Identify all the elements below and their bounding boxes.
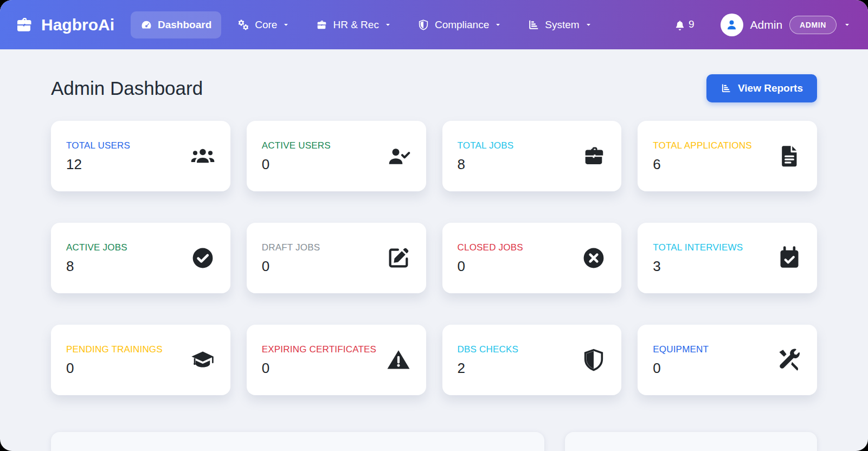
stat-card-total-jobs[interactable]: TOTAL JOBS8 <box>442 121 622 191</box>
calendar-check-icon <box>777 246 802 270</box>
stat-card-total-interviews[interactable]: TOTAL INTERVIEWS3 <box>638 223 817 293</box>
stat-card-value: 2 <box>458 360 519 377</box>
nav-item-hr-rec[interactable]: HR & Rec <box>306 11 401 38</box>
chevron-down-icon <box>494 21 501 28</box>
app-window: HagbroAi DashboardCoreHR & RecCompliance… <box>0 0 868 451</box>
stat-card-text: EXPIRING CERTIFICATES0 <box>262 343 376 377</box>
brand[interactable]: HagbroAi <box>14 15 114 35</box>
lower-section-peek <box>51 432 817 451</box>
stat-card-label: TOTAL APPLICATIONS <box>653 139 751 152</box>
stat-card-label: ACTIVE JOBS <box>66 241 127 254</box>
navbar-right: 9 Admin ADMIN <box>673 14 854 36</box>
nav-item-label: HR & Rec <box>333 19 378 31</box>
main-content: Admin Dashboard View Reports TOTAL USERS… <box>0 49 868 451</box>
stat-card-value: 0 <box>458 258 523 275</box>
lower-panel-left <box>51 432 544 451</box>
stat-card-active-jobs[interactable]: ACTIVE JOBS8 <box>51 223 230 293</box>
stat-card-value: 6 <box>653 156 751 173</box>
stat-card-expiring-certificates[interactable]: EXPIRING CERTIFICATES0 <box>247 325 426 395</box>
view-reports-button[interactable]: View Reports <box>706 74 817 102</box>
stat-card-text: TOTAL USERS12 <box>66 139 130 173</box>
users-icon <box>190 144 215 169</box>
briefcase-icon <box>316 19 327 31</box>
lower-panel-right <box>565 432 817 451</box>
chevron-down-icon <box>384 21 391 28</box>
brand-name: HagbroAi <box>41 16 114 34</box>
stat-card-pending-trainings[interactable]: PENDING TRAININGS0 <box>51 325 230 395</box>
stat-card-value: 0 <box>262 360 376 377</box>
chart-bar-icon <box>721 83 731 94</box>
stat-card-text: DRAFT JOBS0 <box>262 241 320 275</box>
stat-card-closed-jobs[interactable]: CLOSED JOBS0 <box>442 223 622 293</box>
nav-item-compliance[interactable]: Compliance <box>408 11 511 38</box>
stat-card-total-users[interactable]: TOTAL USERS12 <box>51 121 230 191</box>
stat-card-label: PENDING TRAININGS <box>66 343 163 356</box>
graduation-cap-icon <box>190 347 215 372</box>
stat-card-text: EQUIPMENT0 <box>653 343 709 377</box>
bell-icon <box>673 18 686 31</box>
stat-card-label: EXPIRING CERTIFICATES <box>262 343 376 356</box>
stat-card-value: 0 <box>262 258 320 275</box>
chevron-down-icon <box>282 21 290 28</box>
tools-icon <box>777 347 802 372</box>
notifications-button[interactable]: 9 <box>673 18 695 31</box>
user-icon <box>724 17 739 32</box>
avatar <box>721 14 743 36</box>
pen-square-icon <box>386 246 411 270</box>
stat-card-text: ACTIVE USERS0 <box>262 139 331 173</box>
stat-card-text: DBS CHECKS2 <box>458 343 519 377</box>
nav-item-dashboard[interactable]: Dashboard <box>131 11 221 38</box>
chart-bar-icon <box>528 19 539 31</box>
stat-card-label: TOTAL JOBS <box>458 139 514 152</box>
stat-card-text: TOTAL INTERVIEWS3 <box>653 241 743 275</box>
stat-card-dbs-checks[interactable]: DBS CHECKS2 <box>442 325 622 395</box>
nav-menu: DashboardCoreHR & RecComplianceSystem <box>131 11 673 38</box>
nav-item-system[interactable]: System <box>518 11 601 38</box>
stat-card-value: 0 <box>262 156 331 173</box>
user-menu[interactable]: Admin ADMIN <box>721 14 851 36</box>
top-navbar: HagbroAi DashboardCoreHR & RecCompliance… <box>0 0 868 49</box>
stat-card-label: ACTIVE USERS <box>262 139 331 152</box>
stat-card-value: 0 <box>653 360 709 377</box>
gauge-icon <box>140 19 152 31</box>
stat-card-label: TOTAL USERS <box>66 139 130 152</box>
page-title: Admin Dashboard <box>51 78 203 99</box>
stat-card-label: EQUIPMENT <box>653 343 709 356</box>
chevron-down-icon <box>844 21 851 28</box>
stat-card-label: DBS CHECKS <box>458 343 519 356</box>
nav-item-label: Compliance <box>435 19 489 31</box>
nav-item-label: System <box>545 19 579 31</box>
view-reports-label: View Reports <box>738 82 803 94</box>
briefcase-icon <box>14 15 34 35</box>
stat-card-equipment[interactable]: EQUIPMENT0 <box>638 325 817 395</box>
nav-item-label: Dashboard <box>158 19 211 31</box>
page-header: Admin Dashboard View Reports <box>51 74 817 102</box>
warning-triangle-icon <box>386 347 411 372</box>
check-circle-icon <box>190 246 215 270</box>
stat-card-label: TOTAL INTERVIEWS <box>653 241 743 254</box>
briefcase-icon <box>581 144 606 169</box>
role-badge: ADMIN <box>789 16 837 34</box>
shield-halved-icon <box>581 347 606 372</box>
stat-card-total-applications[interactable]: TOTAL APPLICATIONS6 <box>638 121 817 191</box>
stat-card-active-users[interactable]: ACTIVE USERS0 <box>247 121 426 191</box>
stat-card-value: 3 <box>653 258 743 275</box>
user-name: Admin <box>750 18 783 31</box>
stat-card-label: DRAFT JOBS <box>262 241 320 254</box>
shield-icon <box>417 19 429 31</box>
stat-card-value: 8 <box>66 258 127 275</box>
stat-card-text: PENDING TRAININGS0 <box>66 343 163 377</box>
stat-card-text: CLOSED JOBS0 <box>458 241 523 275</box>
times-circle-icon <box>581 246 606 270</box>
stats-grid: TOTAL USERS12ACTIVE USERS0TOTAL JOBS8TOT… <box>51 121 817 395</box>
nav-item-core[interactable]: Core <box>228 11 299 38</box>
stat-card-label: CLOSED JOBS <box>458 241 523 254</box>
stat-card-value: 8 <box>458 156 514 173</box>
file-lines-icon <box>777 144 802 169</box>
user-check-icon <box>386 144 411 169</box>
stat-card-value: 0 <box>66 360 163 377</box>
stat-card-draft-jobs[interactable]: DRAFT JOBS0 <box>247 223 426 293</box>
stat-card-text: ACTIVE JOBS8 <box>66 241 127 275</box>
stat-card-text: TOTAL JOBS8 <box>458 139 514 173</box>
chevron-down-icon <box>585 21 592 28</box>
